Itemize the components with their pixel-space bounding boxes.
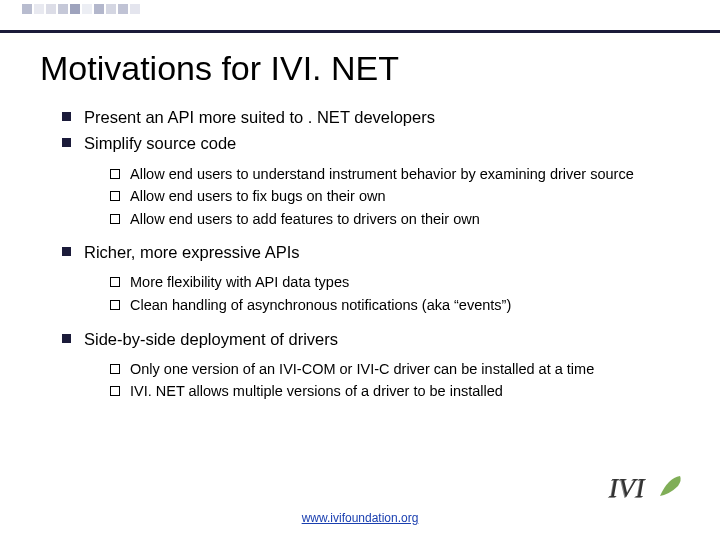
deco-square bbox=[34, 4, 44, 14]
bullet-level2: Allow end users to fix bugs on their own bbox=[110, 187, 680, 207]
deco-square bbox=[46, 4, 56, 14]
footer-link[interactable]: www.ivifoundation.org bbox=[302, 511, 419, 525]
bullet-level1: Present an API more suited to . NET deve… bbox=[62, 106, 680, 128]
bullet-level1: Richer, more expressive APIsMore flexibi… bbox=[62, 241, 680, 315]
slide-body: Motivations for IVI. NET Present an API … bbox=[0, 43, 720, 402]
sub-bullet-list: Only one version of an IVI-COM or IVI-C … bbox=[84, 360, 680, 402]
slide-title: Motivations for IVI. NET bbox=[40, 49, 680, 88]
bullet-list: Present an API more suited to . NET deve… bbox=[40, 106, 680, 402]
deco-square bbox=[58, 4, 68, 14]
deco-square bbox=[118, 4, 128, 14]
deco-square bbox=[70, 4, 80, 14]
bullet-level2: IVI. NET allows multiple versions of a d… bbox=[110, 382, 680, 402]
footer: www.ivifoundation.org bbox=[0, 508, 720, 526]
bullet-level2: Only one version of an IVI-COM or IVI-C … bbox=[110, 360, 680, 380]
bullet-level2: Clean handling of asynchronous notificat… bbox=[110, 296, 680, 316]
bullet-level2: Allow end users to understand instrument… bbox=[110, 165, 680, 185]
deco-square bbox=[94, 4, 104, 14]
deco-square bbox=[82, 4, 92, 14]
title-rule bbox=[0, 30, 720, 33]
sub-bullet-list: More flexibility with API data typesClea… bbox=[84, 273, 680, 315]
deco-squares bbox=[22, 4, 142, 14]
bullet-text: Simplify source code bbox=[84, 134, 236, 152]
deco-square bbox=[22, 4, 32, 14]
bullet-text: Richer, more expressive APIs bbox=[84, 243, 300, 261]
bullet-text: Side-by-side deployment of drivers bbox=[84, 330, 338, 348]
bullet-level2: More flexibility with API data types bbox=[110, 273, 680, 293]
deco-square bbox=[106, 4, 116, 14]
top-decoration bbox=[0, 0, 720, 30]
bullet-text: Present an API more suited to . NET deve… bbox=[84, 108, 435, 126]
leaf-icon bbox=[660, 476, 681, 496]
bullet-level1: Simplify source codeAllow end users to u… bbox=[62, 132, 680, 229]
bullet-level1: Side-by-side deployment of driversOnly o… bbox=[62, 328, 680, 402]
logo-text-front: IVI bbox=[608, 472, 646, 503]
deco-square bbox=[130, 4, 140, 14]
bullet-level2: Allow end users to add features to drive… bbox=[110, 210, 680, 230]
sub-bullet-list: Allow end users to understand instrument… bbox=[84, 165, 680, 230]
ivi-logo: IVI IVI bbox=[604, 468, 692, 510]
